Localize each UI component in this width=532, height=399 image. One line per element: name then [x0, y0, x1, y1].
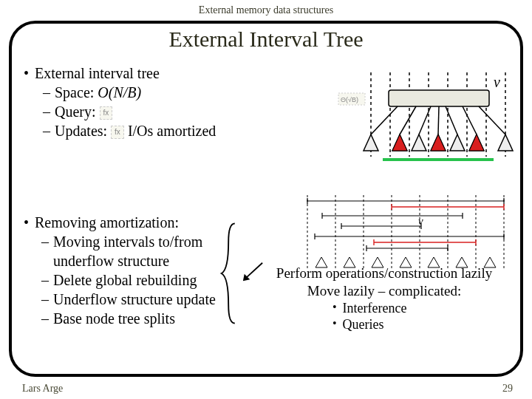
svg-marker-25 [392, 134, 407, 151]
bullet-updates: Updates: fx I/Os amortized [43, 121, 331, 140]
text: Base node tree splits [53, 309, 175, 328]
bullet-query: Query: fx [43, 102, 331, 121]
bullet-block-2: Removing amortization: Moving intervals … [21, 213, 250, 328]
svg-marker-24 [498, 134, 513, 151]
callout-block: Perform operations/construction lazily M… [244, 265, 525, 333]
v-label: v [418, 215, 423, 227]
interval-diagram: v [293, 194, 513, 270]
text: Query: fx [55, 102, 112, 121]
svg-rect-10 [389, 90, 489, 106]
text: Underflow structure update [53, 290, 216, 309]
svg-marker-27 [469, 134, 484, 151]
bullet-space: Space: O(N/B) [43, 83, 331, 102]
math-image-icon: fx [100, 106, 113, 120]
tree-diagram: v Θ(√B) [331, 68, 516, 171]
svg-marker-26 [431, 134, 446, 151]
theta-icon: Θ(√B) [341, 96, 358, 103]
text: Removing amortization: [35, 213, 179, 232]
svg-line-11 [371, 106, 398, 134]
footer-author: Lars Arge [22, 383, 63, 395]
slide-title: External Interval Tree [0, 27, 532, 52]
svg-marker-62 [400, 257, 412, 267]
svg-line-12 [400, 106, 416, 134]
svg-marker-22 [450, 134, 465, 151]
svg-line-15 [463, 106, 477, 134]
bullet-heading: External interval tree [24, 64, 331, 83]
expr: O(N/B) [98, 84, 141, 100]
math-image-icon: fx [111, 126, 124, 139]
svg-marker-64 [456, 257, 468, 267]
text: External interval tree [35, 64, 160, 83]
label: Updates: [55, 123, 107, 139]
svg-line-17 [438, 106, 439, 134]
v-label: v [494, 74, 500, 90]
svg-marker-59 [316, 257, 327, 267]
svg-marker-65 [484, 257, 496, 267]
footer-page-number: 29 [502, 383, 513, 395]
svg-marker-60 [344, 257, 355, 267]
text: Interference [343, 300, 407, 317]
text: Updates: fx I/Os amortized [55, 121, 216, 140]
bullet-block-1: External interval tree Space: O(N/B) Que… [21, 64, 331, 140]
label: Space: [55, 84, 98, 100]
text: Delete global rebuilding [53, 270, 197, 290]
svg-line-16 [479, 106, 505, 134]
bullet-heading: Removing amortization: [24, 213, 250, 232]
text: Queries [343, 316, 384, 333]
svg-marker-61 [372, 257, 383, 267]
callout-s1: Interference [332, 300, 525, 317]
svg-marker-63 [428, 257, 440, 267]
suffix: I/Os amortized [128, 123, 216, 139]
label: Query: [55, 103, 96, 120]
callout-l2: Move lazily – complicated: [244, 282, 525, 300]
text: Space: O(N/B) [55, 83, 141, 102]
svg-marker-18 [364, 134, 378, 151]
svg-marker-20 [412, 134, 426, 151]
slide-topic: External memory data structures [0, 4, 532, 16]
callout-s2: Queries [332, 316, 525, 333]
